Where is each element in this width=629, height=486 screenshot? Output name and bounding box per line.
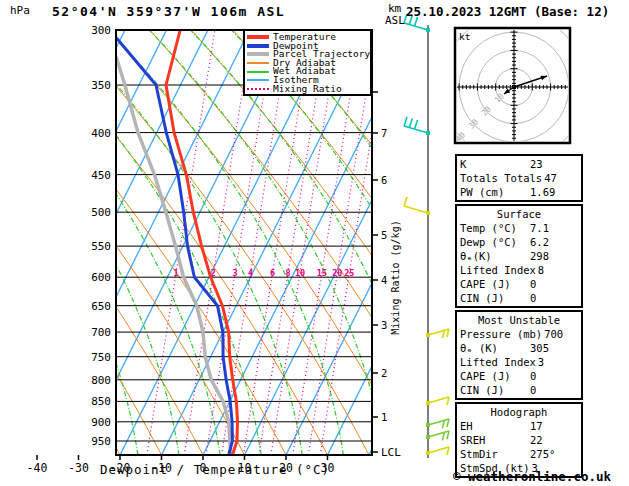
data-table: SurfaceTemp (°C)7.1Dewp (°C)6.2θₑ(K)298L…: [455, 204, 583, 308]
svg-text:-40: -40: [27, 461, 48, 475]
svg-text:15: 15: [317, 268, 327, 278]
table-row-value: 305: [530, 341, 549, 355]
table-row-value: 298: [530, 249, 549, 263]
legend-swatch: [247, 71, 269, 73]
table-row-label: Totals Totals: [460, 171, 544, 185]
svg-text:850: 850: [91, 395, 111, 408]
table-row-value: 0: [530, 291, 536, 305]
mixing-ratio-axis-label: Mixing Ratio (g/kg): [390, 208, 401, 348]
legend-item: Mixing Ratio: [247, 85, 368, 94]
pressure-tick-labels: 3003504004505005506006507007508008509009…: [91, 24, 111, 448]
table-row-value: 1.69: [530, 185, 555, 199]
svg-text:4: 4: [248, 268, 253, 278]
altitude-ref-label: ASL: [385, 14, 405, 27]
table-row: Pressure (mb)700: [460, 327, 578, 341]
table-row-value: 7.1: [530, 221, 549, 235]
svg-text:350: 350: [91, 79, 111, 92]
svg-text:950: 950: [91, 435, 111, 448]
table-row: Lifted Index8: [460, 263, 578, 277]
legend: TemperatureDewpointParcel TrajectoryDry …: [243, 29, 372, 96]
svg-text:1: 1: [173, 268, 178, 278]
table-row-label: K: [460, 157, 530, 171]
table-row: CAPE (J)0: [460, 277, 578, 291]
table-row-value: 3: [538, 355, 544, 369]
table-row-label: θₑ (K): [460, 341, 530, 355]
table-row-value: 0: [530, 369, 536, 383]
svg-text:20: 20: [332, 268, 342, 278]
svg-text:5: 5: [381, 229, 387, 241]
data-tables: K23Totals Totals47PW (cm)1.69SurfaceTemp…: [455, 154, 585, 480]
table-row: Lifted Index3: [460, 355, 578, 369]
table-row: Dewp (°C)6.2: [460, 235, 578, 249]
table-row: θₑ(K)298: [460, 249, 578, 263]
table-row-label: CIN (J): [460, 383, 530, 397]
svg-text:25: 25: [344, 268, 354, 278]
data-table: HodographEH17SREH22StmDir275°StmSpd (kt)…: [455, 402, 583, 478]
hodograph-unit-label: kt: [459, 31, 470, 42]
table-row: Totals Totals47: [460, 171, 578, 185]
legend-swatch: [247, 44, 269, 48]
table-row: EH17: [460, 419, 578, 433]
table-row-value: 0: [530, 383, 536, 397]
table-row: SREH22: [460, 433, 578, 447]
x-axis-label: Dewpoint / Temperature (°C): [90, 462, 340, 477]
svg-text:750: 750: [91, 351, 111, 364]
table-row: Temp (°C)7.1: [460, 221, 578, 235]
parcel-trajectory-curve: [116, 57, 231, 455]
table-row: StmDir275°: [460, 447, 578, 461]
hodograph-panel: 10203040kt: [441, 14, 587, 160]
wind-barbs: [404, 14, 449, 458]
wind-barb: [404, 197, 430, 215]
table-row-value: 6.2: [530, 235, 549, 249]
svg-text:450: 450: [91, 169, 111, 182]
svg-text:4: 4: [381, 274, 387, 286]
table-row-label: Temp (°C): [460, 221, 530, 235]
wind-barb: [426, 447, 449, 455]
table-title: Hodograph: [460, 405, 578, 419]
table-title: Most Unstable: [460, 313, 578, 327]
table-row-label: SREH: [460, 433, 530, 447]
wind-barb: [426, 397, 449, 405]
station-title: 52°04'N 359°37'W 106m ASL: [52, 4, 285, 19]
table-row: K23: [460, 157, 578, 171]
mixing-ratio-labels: 12346810152025: [173, 268, 354, 278]
svg-text:550: 550: [91, 240, 111, 253]
svg-text:300: 300: [91, 24, 111, 37]
table-row-label: StmDir: [460, 447, 530, 461]
svg-text:3: 3: [233, 268, 238, 278]
table-row-value: 700: [544, 327, 563, 341]
table-row-label: CAPE (J): [460, 277, 530, 291]
table-row-label: Pressure (mb): [460, 327, 544, 341]
table-row-value: 22: [530, 433, 543, 447]
table-row-value: 23: [530, 157, 543, 171]
data-table: K23Totals Totals47PW (cm)1.69: [455, 154, 583, 202]
legend-swatch: [247, 35, 269, 39]
svg-text:3: 3: [381, 319, 387, 331]
table-row: θₑ (K)305: [460, 341, 578, 355]
wind-barb: [426, 329, 449, 338]
svg-text:7: 7: [381, 127, 387, 139]
svg-text:800: 800: [91, 374, 111, 387]
svg-text:-30: -30: [68, 461, 89, 475]
legend-swatch: [247, 62, 269, 64]
table-row-label: PW (cm): [460, 185, 530, 199]
svg-text:650: 650: [91, 300, 111, 313]
legend-swatch: [247, 52, 269, 56]
legend-label: Mixing Ratio: [273, 85, 342, 94]
svg-text:600: 600: [91, 271, 111, 284]
svg-text:2: 2: [381, 367, 387, 379]
table-row-label: θₑ(K): [460, 249, 530, 263]
table-row-value: 0: [530, 277, 536, 291]
wind-barb: [426, 431, 449, 440]
table-row-label: CAPE (J): [460, 369, 530, 383]
svg-text:700: 700: [91, 326, 111, 339]
svg-text:500: 500: [91, 206, 111, 219]
table-row-label: CIN (J): [460, 291, 530, 305]
wind-barb: [426, 419, 449, 428]
table-row: PW (cm)1.69: [460, 185, 578, 199]
table-row-value: 275°: [530, 447, 555, 461]
svg-text:6: 6: [381, 174, 387, 186]
svg-text:900: 900: [91, 416, 111, 429]
table-row: CAPE (J)0: [460, 369, 578, 383]
credit-footer: © weatheronline.co.uk: [432, 469, 629, 484]
